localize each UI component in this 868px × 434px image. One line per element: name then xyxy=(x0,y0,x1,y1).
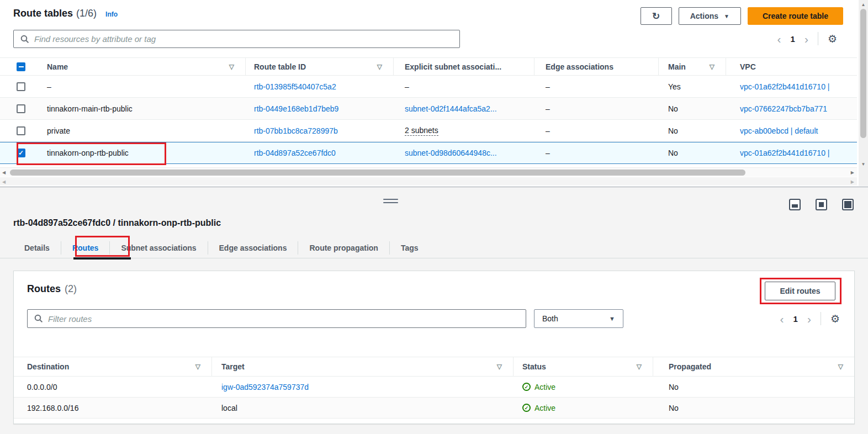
filter-routes-box[interactable] xyxy=(27,309,526,328)
sort-icon[interactable]: ▽ xyxy=(497,363,502,371)
scroll-up-icon[interactable]: ▲ xyxy=(861,2,866,7)
panel-resize-handle[interactable] xyxy=(383,199,398,205)
search-box[interactable] xyxy=(13,30,460,48)
next-page-button[interactable]: › xyxy=(807,313,811,325)
cell-vpc-text[interactable]: vpc-01a62f2b441d16710 | xyxy=(740,149,829,157)
column-label: Propagated xyxy=(669,362,711,371)
preferences-gear-icon[interactable]: ⚙ xyxy=(830,314,840,324)
search-input[interactable] xyxy=(34,34,453,44)
scroll-left-icon[interactable]: ◀ xyxy=(2,179,6,184)
scroll-down-icon[interactable]: ▼ xyxy=(861,162,866,167)
prev-page-button[interactable]: ‹ xyxy=(780,313,784,325)
column-header-status[interactable]: Status▽ xyxy=(514,357,653,376)
cell-explicit-subnet-associations-text[interactable]: 2 subnets xyxy=(405,126,438,136)
cell-route-table-id-text[interactable]: rtb-0449e168eb1d7beb9 xyxy=(254,104,338,113)
column-header-route-table-id[interactable]: Route table ID▽ xyxy=(246,58,394,75)
route-row[interactable]: 0.0.0.0/0igw-0ad592374a759737d✓ActiveNo xyxy=(14,377,854,398)
cell-explicit-subnet-associations-text[interactable]: subnet-0d2f1444afca5a2... xyxy=(405,104,497,113)
cell-route-table-id-text[interactable]: rtb-013985f540407c5a2 xyxy=(254,82,336,91)
column-header-edge-associations[interactable]: Edge associations xyxy=(534,58,659,75)
sort-icon[interactable]: ▽ xyxy=(195,363,200,371)
select-all-checkbox[interactable] xyxy=(17,62,25,71)
sort-icon[interactable]: ▽ xyxy=(838,363,843,371)
cell-route-table-id-text[interactable]: rtb-07bb1bc8ca728997b xyxy=(254,126,338,135)
sort-icon[interactable]: ▽ xyxy=(377,63,382,71)
tab-route-propagation[interactable]: Route propagation xyxy=(298,238,389,258)
horizontal-scrollbar-outer[interactable]: ◀ ▶ xyxy=(0,177,857,186)
panel-position-bottom-icon[interactable] xyxy=(789,199,801,210)
tab-subnet-associations[interactable]: Subnet associations xyxy=(110,238,207,258)
horizontal-scrollbar[interactable]: ◀ ▶ xyxy=(0,167,857,177)
table-header-row: Name▽Route table ID▽Explicit subnet asso… xyxy=(0,57,857,76)
row-checkbox[interactable] xyxy=(17,126,25,135)
info-link[interactable]: Info xyxy=(105,10,118,18)
preferences-gear-icon[interactable]: ⚙ xyxy=(828,34,837,44)
sort-icon[interactable]: ▽ xyxy=(229,63,234,71)
scroll-right-icon[interactable]: ▶ xyxy=(851,170,854,175)
scrollbar-corner xyxy=(859,167,868,186)
column-header-main[interactable]: Main▽ xyxy=(659,58,726,75)
cell-edge-associations-text: – xyxy=(546,126,550,135)
cell-vpc-text[interactable]: vpc-07662247bcb7ba771 xyxy=(740,104,827,113)
current-page[interactable]: 1 xyxy=(791,34,795,44)
indeterminate-mark xyxy=(19,66,24,67)
row-checkbox[interactable] xyxy=(17,104,25,113)
scroll-left-icon[interactable]: ◀ xyxy=(2,170,6,175)
cell-vpc-text[interactable]: vpc-ab00ebcd | default xyxy=(740,126,818,135)
actions-label: Actions xyxy=(690,12,718,20)
panel-position-split-icon[interactable] xyxy=(816,199,827,210)
sort-icon[interactable]: ▽ xyxy=(637,363,642,371)
sort-icon[interactable]: ▽ xyxy=(710,63,714,71)
route-tables-table: Name▽Route table ID▽Explicit subnet asso… xyxy=(0,57,857,164)
cell-main-text: No xyxy=(668,126,678,135)
scroll-right-icon[interactable]: ▶ xyxy=(851,179,854,184)
column-header-propagated[interactable]: Propagated▽ xyxy=(653,357,854,376)
cell-explicit-subnet-associations: 2 subnets xyxy=(394,120,534,141)
cell-main-text: No xyxy=(668,149,678,157)
cell-route-table-id-text[interactable]: rtb-04d897a52ce67fdc0 xyxy=(254,149,336,157)
row-checkbox[interactable] xyxy=(17,82,25,91)
create-route-table-button[interactable]: Create route table xyxy=(748,7,843,25)
cell-edge-associations-text: – xyxy=(546,149,550,157)
table-row[interactable]: privatertb-07bb1bc8ca728997b2 subnets–No… xyxy=(0,120,857,142)
cell-name: tinnakorn-main-rtb-public xyxy=(34,98,246,119)
refresh-button[interactable]: ↻ xyxy=(641,7,672,25)
active-tab-indicator xyxy=(73,257,131,260)
actions-button[interactable]: Actions ▼ xyxy=(679,7,741,25)
edit-routes-button[interactable]: Edit routes xyxy=(765,282,835,300)
scrollbar-thumb[interactable] xyxy=(10,170,745,176)
column-label: Edge associations xyxy=(546,62,613,71)
tab-details[interactable]: Details xyxy=(13,238,61,258)
table-row[interactable]: tinnakorn-main-rtb-publicrtb-0449e168eb1… xyxy=(0,98,857,120)
row-checkbox[interactable]: ✓ xyxy=(17,149,25,157)
route-row[interactable]: 192.168.0.0/16local✓ActiveNo xyxy=(14,398,854,419)
tab-routes[interactable]: Routes xyxy=(61,238,109,258)
cell-vpc-text[interactable]: vpc-01a62f2b441d16710 | xyxy=(740,82,829,91)
cell-route-table-id: rtb-04d897a52ce67fdc0 xyxy=(246,142,394,163)
tab-edge-associations[interactable]: Edge associations xyxy=(208,238,298,258)
table-row[interactable]: ✓tinnakorn-onp-rtb-publicrtb-04d897a52ce… xyxy=(0,142,857,164)
panel-layout-controls xyxy=(789,199,854,210)
cell-target-text: local xyxy=(221,404,237,412)
cell-route-table-id: rtb-07bb1bc8ca728997b xyxy=(246,120,394,141)
route-type-select[interactable]: Both ▼ xyxy=(534,309,623,328)
current-page[interactable]: 1 xyxy=(793,314,798,324)
next-page-button[interactable]: › xyxy=(805,33,808,45)
table-row[interactable]: –rtb-013985f540407c5a2––Yesvpc-01a62f2b4… xyxy=(0,76,857,98)
cell-vpc: vpc-01a62f2b441d16710 | xyxy=(726,142,857,163)
column-header-explicit-subnet-associati[interactable]: Explicit subnet associati... xyxy=(394,58,534,75)
scrollbar-thumb[interactable] xyxy=(860,9,866,138)
vertical-scrollbar[interactable]: ▲ ▼ xyxy=(859,0,868,167)
column-header-destination[interactable]: Destination▽ xyxy=(14,357,212,376)
cell-explicit-subnet-associations-text[interactable]: subnet-0d98d60644948c... xyxy=(405,149,497,157)
column-header-vpc[interactable]: VPC xyxy=(726,58,857,75)
column-header-target[interactable]: Target▽ xyxy=(212,357,514,376)
column-header-name[interactable]: Name▽ xyxy=(34,58,246,75)
cell-target-text[interactable]: igw-0ad592374a759737d xyxy=(221,383,309,391)
panel-position-full-icon[interactable] xyxy=(842,199,854,210)
prev-page-button[interactable]: ‹ xyxy=(777,33,781,45)
filter-routes-input[interactable] xyxy=(48,314,519,324)
search-icon xyxy=(34,314,43,323)
tab-tags[interactable]: Tags xyxy=(390,238,430,258)
routes-header-row: Destination▽Target▽Status▽Propagated▽ xyxy=(14,357,854,377)
